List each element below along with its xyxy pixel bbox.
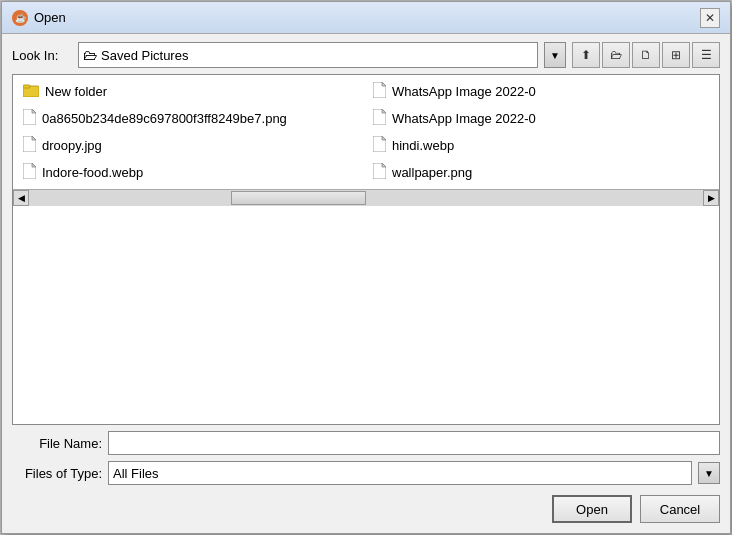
svg-rect-1 bbox=[23, 85, 30, 88]
svg-marker-13 bbox=[32, 163, 36, 167]
file-name-text: hindi.webp bbox=[392, 138, 454, 153]
list-item[interactable]: WhatsApp Image 2022-0 bbox=[367, 106, 715, 131]
svg-marker-7 bbox=[382, 109, 386, 113]
dialog-body: Look In: 🗁 Saved Pictures ▼ ⬆ 🗁 🗋 ⊞ ☰ Ne… bbox=[2, 34, 730, 533]
file-icon bbox=[23, 109, 36, 128]
look-in-folder-icon: 🗁 bbox=[83, 47, 97, 63]
file-list: New folderWhatsApp Image 2022-00a8650b23… bbox=[13, 75, 719, 189]
folder-icon bbox=[23, 83, 39, 100]
list-item[interactable]: hindi.webp bbox=[367, 133, 715, 158]
files-of-type-row: Files of Type: All Files ▼ bbox=[12, 461, 720, 485]
button-row: Open Cancel bbox=[12, 495, 720, 523]
file-icon bbox=[373, 136, 386, 155]
file-name-text: WhatsApp Image 2022-0 bbox=[392, 111, 536, 126]
file-name-text: 0a8650b234de89c697800f3ff8249be7.png bbox=[42, 111, 287, 126]
list-item[interactable]: New folder bbox=[17, 79, 365, 104]
cancel-button[interactable]: Cancel bbox=[640, 495, 720, 523]
horizontal-scrollbar[interactable]: ◀ ▶ bbox=[13, 189, 719, 205]
scroll-right-button[interactable]: ▶ bbox=[703, 190, 719, 206]
toolbar-btn-up[interactable]: ⬆ bbox=[572, 42, 600, 68]
file-name-text: wallpaper.png bbox=[392, 165, 472, 180]
file-name-row: File Name: bbox=[12, 431, 720, 455]
dialog-title: Open bbox=[34, 10, 66, 25]
scroll-left-button[interactable]: ◀ bbox=[13, 190, 29, 206]
look-in-label: Look In: bbox=[12, 48, 72, 63]
file-list-container[interactable]: New folderWhatsApp Image 2022-00a8650b23… bbox=[12, 74, 720, 425]
open-dialog: ☕ Open ✕ Look In: 🗁 Saved Pictures ▼ ⬆ 🗁… bbox=[1, 1, 731, 534]
file-icon bbox=[23, 163, 36, 182]
look-in-combo[interactable]: 🗁 Saved Pictures bbox=[78, 42, 538, 68]
scroll-thumb[interactable] bbox=[231, 191, 366, 205]
file-name-text: droopy.jpg bbox=[42, 138, 102, 153]
file-name-text: Indore-food.webp bbox=[42, 165, 143, 180]
svg-marker-5 bbox=[32, 109, 36, 113]
open-button[interactable]: Open bbox=[552, 495, 632, 523]
file-icon bbox=[373, 82, 386, 101]
toolbar-buttons: ⬆ 🗁 🗋 ⊞ ☰ bbox=[572, 42, 720, 68]
list-item[interactable]: wallpaper.png bbox=[367, 160, 715, 185]
toolbar-btn-view2[interactable]: ☰ bbox=[692, 42, 720, 68]
files-of-type-value: All Files bbox=[113, 466, 687, 481]
files-of-type-dropdown-button[interactable]: ▼ bbox=[698, 462, 720, 484]
look-in-row: Look In: 🗁 Saved Pictures ▼ ⬆ 🗁 🗋 ⊞ ☰ bbox=[12, 42, 720, 68]
toolbar-btn-view1[interactable]: ⊞ bbox=[662, 42, 690, 68]
look-in-value: Saved Pictures bbox=[101, 48, 533, 63]
list-item[interactable]: Indore-food.webp bbox=[17, 160, 365, 185]
toolbar-btn-folder[interactable]: 🗁 bbox=[602, 42, 630, 68]
scroll-track[interactable] bbox=[29, 190, 703, 206]
title-bar: ☕ Open ✕ bbox=[2, 2, 730, 34]
file-icon bbox=[373, 109, 386, 128]
java-icon: ☕ bbox=[12, 10, 28, 26]
svg-marker-11 bbox=[382, 136, 386, 140]
list-item[interactable]: WhatsApp Image 2022-0 bbox=[367, 79, 715, 104]
file-name-input[interactable] bbox=[108, 431, 720, 455]
files-of-type-combo[interactable]: All Files bbox=[108, 461, 692, 485]
svg-marker-3 bbox=[382, 82, 386, 86]
title-bar-left: ☕ Open bbox=[12, 10, 66, 26]
file-icon bbox=[373, 163, 386, 182]
file-name-label: File Name: bbox=[12, 436, 102, 451]
toolbar-btn-new[interactable]: 🗋 bbox=[632, 42, 660, 68]
svg-marker-15 bbox=[382, 163, 386, 167]
file-name-text: New folder bbox=[45, 84, 107, 99]
look-in-dropdown-button[interactable]: ▼ bbox=[544, 42, 566, 68]
close-button[interactable]: ✕ bbox=[700, 8, 720, 28]
file-name-text: WhatsApp Image 2022-0 bbox=[392, 84, 536, 99]
files-of-type-label: Files of Type: bbox=[12, 466, 102, 481]
list-item[interactable]: 0a8650b234de89c697800f3ff8249be7.png bbox=[17, 106, 365, 131]
svg-marker-9 bbox=[32, 136, 36, 140]
list-item[interactable]: droopy.jpg bbox=[17, 133, 365, 158]
file-icon bbox=[23, 136, 36, 155]
